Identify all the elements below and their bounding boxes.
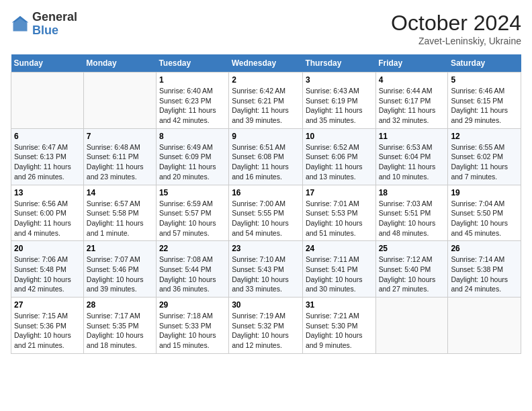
logo-text: General Blue	[32, 11, 77, 38]
day-number: 7	[87, 132, 153, 141]
day-info: Sunrise: 6:52 AM Sunset: 6:06 PM Dayligh…	[306, 142, 373, 182]
day-info: Sunrise: 6:55 AM Sunset: 6:02 PM Dayligh…	[451, 142, 518, 182]
day-number: 11	[379, 132, 445, 141]
calendar-cell: 18Sunrise: 7:03 AM Sunset: 5:51 PM Dayli…	[375, 185, 448, 241]
day-info: Sunrise: 6:51 AM Sunset: 6:08 PM Dayligh…	[232, 142, 300, 182]
day-number: 23	[232, 244, 300, 253]
title-block: October 2024 Zavet-Leninskiy, Ukraine	[391, 11, 521, 46]
day-info: Sunrise: 6:59 AM Sunset: 5:57 PM Dayligh…	[159, 199, 226, 238]
weekday-header-thursday: Thursday	[302, 54, 375, 73]
day-number: 4	[379, 75, 445, 85]
day-info: Sunrise: 7:17 AM Sunset: 5:35 PM Dayligh…	[87, 311, 153, 351]
day-number: 2	[232, 75, 300, 85]
day-number: 18	[379, 188, 445, 197]
day-number: 26	[451, 244, 518, 253]
day-number: 10	[306, 132, 373, 141]
page-header: General Blue October 2024 Zavet-Leninski…	[11, 11, 521, 46]
logo-icon	[11, 15, 30, 34]
day-info: Sunrise: 7:19 AM Sunset: 5:32 PM Dayligh…	[232, 311, 300, 351]
day-number: 31	[306, 300, 373, 310]
calendar-cell: 14Sunrise: 6:57 AM Sunset: 5:58 PM Dayli…	[83, 185, 156, 241]
calendar-cell: 26Sunrise: 7:14 AM Sunset: 5:38 PM Dayli…	[448, 241, 521, 298]
day-number: 9	[232, 132, 300, 141]
day-info: Sunrise: 6:48 AM Sunset: 6:11 PM Dayligh…	[87, 142, 153, 182]
month-title: October 2024	[391, 11, 521, 36]
day-info: Sunrise: 6:40 AM Sunset: 6:23 PM Dayligh…	[159, 86, 226, 126]
day-info: Sunrise: 7:03 AM Sunset: 5:51 PM Dayligh…	[379, 199, 445, 238]
day-number: 14	[87, 188, 153, 197]
location: Zavet-Leninskiy, Ukraine	[391, 36, 521, 46]
day-info: Sunrise: 6:49 AM Sunset: 6:09 PM Dayligh…	[159, 142, 226, 182]
weekday-header-sunday: Sunday	[11, 54, 84, 73]
day-info: Sunrise: 6:46 AM Sunset: 6:15 PM Dayligh…	[451, 86, 518, 126]
weekday-header-friday: Friday	[375, 54, 448, 73]
calendar-cell: 20Sunrise: 7:06 AM Sunset: 5:48 PM Dayli…	[11, 241, 84, 298]
logo-blue: Blue	[32, 24, 58, 37]
svg-marker-0	[13, 17, 28, 31]
calendar-cell: 19Sunrise: 7:04 AM Sunset: 5:50 PM Dayli…	[448, 185, 521, 241]
day-info: Sunrise: 7:21 AM Sunset: 5:30 PM Dayligh…	[306, 311, 373, 351]
calendar-cell: 13Sunrise: 6:56 AM Sunset: 6:00 PM Dayli…	[11, 185, 84, 241]
day-info: Sunrise: 7:07 AM Sunset: 5:46 PM Dayligh…	[87, 255, 153, 294]
day-info: Sunrise: 7:08 AM Sunset: 5:44 PM Dayligh…	[159, 255, 226, 294]
day-info: Sunrise: 7:11 AM Sunset: 5:41 PM Dayligh…	[306, 255, 373, 294]
day-info: Sunrise: 7:10 AM Sunset: 5:43 PM Dayligh…	[232, 255, 300, 294]
day-number: 15	[159, 188, 226, 197]
day-number: 1	[159, 75, 226, 85]
calendar-cell: 1Sunrise: 6:40 AM Sunset: 6:23 PM Daylig…	[156, 73, 228, 129]
calendar-cell: 12Sunrise: 6:55 AM Sunset: 6:02 PM Dayli…	[448, 128, 521, 185]
day-number: 19	[451, 188, 518, 197]
weekday-header-monday: Monday	[83, 54, 156, 73]
calendar-cell: 4Sunrise: 6:44 AM Sunset: 6:17 PM Daylig…	[375, 73, 448, 129]
day-number: 6	[14, 132, 81, 141]
calendar-cell	[375, 298, 448, 354]
calendar-cell: 6Sunrise: 6:47 AM Sunset: 6:13 PM Daylig…	[11, 128, 84, 185]
day-info: Sunrise: 7:12 AM Sunset: 5:40 PM Dayligh…	[379, 255, 445, 294]
calendar-cell: 30Sunrise: 7:19 AM Sunset: 5:32 PM Dayli…	[229, 298, 303, 354]
day-info: Sunrise: 7:06 AM Sunset: 5:48 PM Dayligh…	[14, 255, 81, 294]
day-info: Sunrise: 6:44 AM Sunset: 6:17 PM Dayligh…	[379, 86, 445, 126]
day-info: Sunrise: 6:47 AM Sunset: 6:13 PM Dayligh…	[14, 142, 81, 182]
calendar-cell: 5Sunrise: 6:46 AM Sunset: 6:15 PM Daylig…	[448, 73, 521, 129]
calendar-cell: 2Sunrise: 6:42 AM Sunset: 6:21 PM Daylig…	[229, 73, 303, 129]
day-info: Sunrise: 7:14 AM Sunset: 5:38 PM Dayligh…	[451, 255, 518, 294]
logo: General Blue	[11, 11, 77, 38]
day-number: 13	[14, 188, 81, 197]
day-info: Sunrise: 7:15 AM Sunset: 5:36 PM Dayligh…	[14, 311, 81, 351]
calendar-cell: 23Sunrise: 7:10 AM Sunset: 5:43 PM Dayli…	[229, 241, 303, 298]
day-number: 22	[159, 244, 226, 253]
day-number: 29	[159, 300, 226, 310]
day-number: 24	[306, 244, 373, 253]
day-number: 16	[232, 188, 300, 197]
calendar-cell: 10Sunrise: 6:52 AM Sunset: 6:06 PM Dayli…	[302, 128, 375, 185]
logo-general: General	[32, 10, 77, 24]
calendar-cell: 8Sunrise: 6:49 AM Sunset: 6:09 PM Daylig…	[156, 128, 228, 185]
day-info: Sunrise: 7:01 AM Sunset: 5:53 PM Dayligh…	[306, 199, 373, 238]
weekday-header-wednesday: Wednesday	[229, 54, 303, 73]
day-number: 25	[379, 244, 445, 253]
calendar-cell	[11, 73, 84, 129]
day-number: 3	[306, 75, 373, 85]
calendar-cell: 16Sunrise: 7:00 AM Sunset: 5:55 PM Dayli…	[229, 185, 303, 241]
calendar-cell: 21Sunrise: 7:07 AM Sunset: 5:46 PM Dayli…	[83, 241, 156, 298]
day-number: 30	[232, 300, 300, 310]
calendar-cell: 25Sunrise: 7:12 AM Sunset: 5:40 PM Dayli…	[375, 241, 448, 298]
day-number: 20	[14, 244, 81, 253]
day-info: Sunrise: 6:43 AM Sunset: 6:19 PM Dayligh…	[306, 86, 373, 126]
calendar-cell: 22Sunrise: 7:08 AM Sunset: 5:44 PM Dayli…	[156, 241, 228, 298]
day-number: 27	[14, 300, 81, 310]
weekday-header-saturday: Saturday	[448, 54, 521, 73]
calendar-cell: 3Sunrise: 6:43 AM Sunset: 6:19 PM Daylig…	[302, 73, 375, 129]
day-number: 8	[159, 132, 226, 141]
day-number: 28	[87, 300, 153, 310]
calendar-cell: 15Sunrise: 6:59 AM Sunset: 5:57 PM Dayli…	[156, 185, 228, 241]
calendar-cell: 9Sunrise: 6:51 AM Sunset: 6:08 PM Daylig…	[229, 128, 303, 185]
calendar-cell	[83, 73, 156, 129]
calendar-cell: 29Sunrise: 7:18 AM Sunset: 5:33 PM Dayli…	[156, 298, 228, 354]
calendar-cell: 27Sunrise: 7:15 AM Sunset: 5:36 PM Dayli…	[11, 298, 84, 354]
day-info: Sunrise: 6:53 AM Sunset: 6:04 PM Dayligh…	[379, 142, 445, 182]
calendar-cell: 17Sunrise: 7:01 AM Sunset: 5:53 PM Dayli…	[302, 185, 375, 241]
calendar-cell: 7Sunrise: 6:48 AM Sunset: 6:11 PM Daylig…	[83, 128, 156, 185]
day-info: Sunrise: 6:57 AM Sunset: 5:58 PM Dayligh…	[87, 199, 153, 238]
calendar-cell: 11Sunrise: 6:53 AM Sunset: 6:04 PM Dayli…	[375, 128, 448, 185]
